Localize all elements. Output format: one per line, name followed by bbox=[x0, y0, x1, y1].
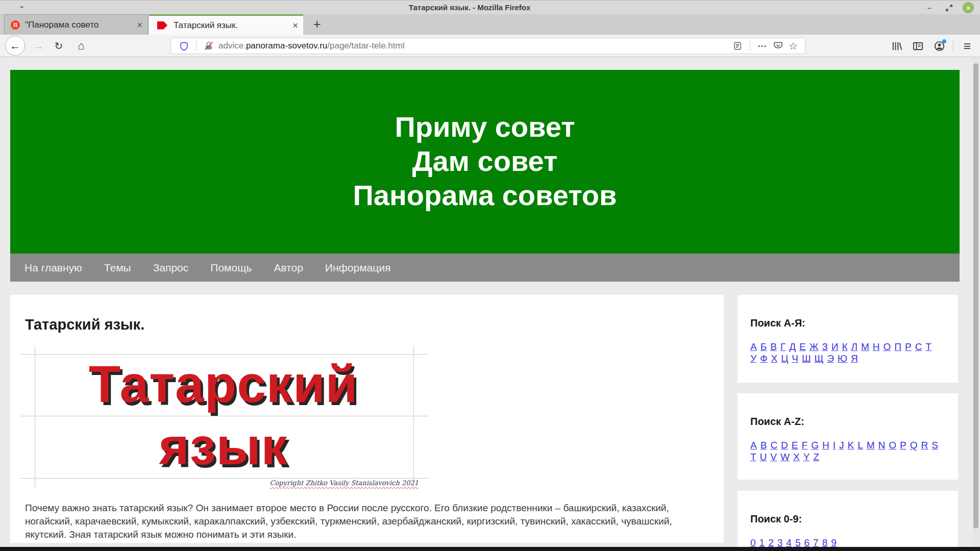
letter-link[interactable]: Ч bbox=[792, 353, 798, 364]
reload-button[interactable]: ↻ bbox=[50, 35, 67, 57]
letter-link[interactable]: I bbox=[833, 440, 836, 450]
letter-link[interactable]: C bbox=[770, 440, 777, 450]
letter-link[interactable]: 7 bbox=[813, 537, 819, 548]
letter-link[interactable]: V bbox=[770, 452, 777, 462]
reader-mode-icon[interactable] bbox=[730, 38, 745, 54]
tab-close-icon[interactable]: × bbox=[292, 20, 298, 30]
bookmark-star-icon[interactable]: ☆ bbox=[786, 38, 801, 54]
minimize-button[interactable]: − bbox=[924, 2, 935, 13]
letter-link[interactable]: L bbox=[857, 440, 863, 450]
url-text[interactable]: advice.panorama-sovetov.ru/page/tatar-te… bbox=[218, 41, 404, 51]
letter-link[interactable]: Ш bbox=[802, 353, 811, 364]
header-line: Панорама советов bbox=[10, 178, 960, 212]
letter-link[interactable]: Р bbox=[905, 341, 912, 352]
menu-item-request[interactable]: Запрос bbox=[153, 262, 189, 274]
letter-link[interactable]: Z bbox=[813, 452, 819, 462]
letter-link[interactable]: Т bbox=[925, 341, 932, 352]
letter-link[interactable]: 1 bbox=[760, 537, 765, 548]
letter-link[interactable]: Б bbox=[761, 341, 767, 352]
letter-link[interactable]: Г bbox=[780, 341, 786, 352]
letter-link[interactable]: E bbox=[792, 440, 798, 450]
tab-tatarskiy-yazyk[interactable]: Татарский язык. × bbox=[149, 14, 303, 35]
pocket-icon[interactable] bbox=[770, 38, 786, 54]
letter-link[interactable]: И bbox=[831, 341, 839, 352]
letter-link[interactable]: S bbox=[932, 440, 938, 450]
letter-link[interactable]: Л bbox=[851, 341, 857, 352]
letter-link[interactable]: Д bbox=[789, 341, 796, 352]
letter-link[interactable]: N bbox=[878, 440, 886, 450]
letter-link[interactable]: 2 bbox=[768, 537, 774, 548]
menu-item-info[interactable]: Информация bbox=[325, 262, 391, 274]
letter-link[interactable]: 5 bbox=[795, 537, 801, 548]
letter-link[interactable]: Х bbox=[771, 353, 778, 364]
menu-item-author[interactable]: Автор bbox=[274, 262, 303, 274]
maximize-button[interactable] bbox=[943, 2, 954, 13]
account-icon[interactable] bbox=[932, 38, 947, 54]
letter-link[interactable]: G bbox=[811, 440, 819, 450]
tab-close-icon[interactable]: × bbox=[137, 20, 142, 30]
scrollbar[interactable] bbox=[972, 57, 980, 551]
back-button[interactable]: ← bbox=[5, 36, 25, 56]
letter-link[interactable]: O bbox=[889, 440, 896, 450]
forward-button[interactable]: → bbox=[30, 35, 47, 57]
letter-link[interactable]: U bbox=[760, 452, 767, 462]
letter-link[interactable]: Ф bbox=[760, 353, 767, 364]
letter-link[interactable]: Э bbox=[827, 353, 834, 364]
letter-link[interactable]: Y bbox=[803, 452, 810, 462]
letter-link[interactable]: 3 bbox=[777, 537, 783, 548]
page-actions-icon[interactable]: ••• bbox=[755, 38, 770, 54]
menu-item-topics[interactable]: Темы bbox=[104, 262, 131, 274]
letter-link[interactable]: B bbox=[761, 440, 767, 450]
letter-link[interactable]: M bbox=[867, 440, 875, 450]
letter-link[interactable]: У bbox=[750, 353, 756, 364]
letter-link[interactable]: З bbox=[822, 341, 827, 352]
letter-link[interactable]: X bbox=[793, 452, 800, 462]
letter-link[interactable]: С bbox=[915, 341, 922, 352]
letter-link[interactable]: F bbox=[802, 440, 808, 450]
letter-link[interactable]: D bbox=[781, 440, 788, 450]
letter-link[interactable]: 4 bbox=[786, 537, 792, 548]
letter-link[interactable]: В bbox=[770, 341, 777, 352]
letter-link[interactable]: 0 bbox=[750, 537, 756, 548]
home-button[interactable]: ⌂ bbox=[72, 35, 90, 57]
letter-link[interactable]: H bbox=[822, 440, 829, 450]
menu-item-home[interactable]: На главную bbox=[24, 262, 82, 274]
page-viewport: Приму совет Дам совет Панорама советов Н… bbox=[0, 57, 980, 551]
article-paragraph: Почему важно знать татарский язык? Он за… bbox=[25, 502, 699, 541]
letter-link[interactable]: J bbox=[839, 440, 844, 450]
letter-link[interactable]: A bbox=[750, 440, 757, 450]
tracking-shield-icon[interactable] bbox=[176, 38, 191, 54]
letter-link[interactable]: Н bbox=[873, 341, 880, 352]
menu-item-help[interactable]: Помощь bbox=[210, 262, 252, 274]
insecure-lock-icon[interactable] bbox=[201, 38, 216, 54]
letter-link[interactable]: Ж bbox=[810, 341, 819, 352]
letter-link[interactable]: А bbox=[750, 341, 757, 352]
letter-link[interactable]: Е bbox=[799, 341, 806, 352]
letter-link[interactable]: 8 bbox=[822, 537, 828, 548]
tab-panorama-sovetov[interactable]: Я "Панорама совето × bbox=[4, 14, 148, 35]
letter-link[interactable]: О bbox=[884, 341, 891, 352]
letter-link[interactable]: П bbox=[894, 341, 901, 352]
hamburger-menu-icon[interactable]: ≡ bbox=[960, 38, 975, 54]
letter-link[interactable]: Я bbox=[851, 353, 858, 364]
letter-link[interactable]: Ц bbox=[781, 353, 788, 364]
library-icon[interactable] bbox=[889, 38, 904, 54]
letter-link[interactable]: W bbox=[780, 452, 790, 462]
letter-link[interactable]: Q bbox=[910, 440, 918, 450]
letter-link[interactable]: 9 bbox=[831, 537, 837, 548]
address-bar[interactable]: advice.panorama-sovetov.ru/page/tatar-te… bbox=[170, 38, 805, 54]
close-button[interactable]: × bbox=[963, 2, 974, 13]
letter-link[interactable]: T bbox=[750, 452, 756, 462]
letter-link[interactable]: Ю bbox=[838, 353, 847, 364]
letter-link[interactable]: R bbox=[921, 440, 928, 450]
sidebar-toggle-icon[interactable] bbox=[910, 38, 925, 54]
letter-link[interactable]: М bbox=[861, 341, 869, 352]
letter-link[interactable]: Щ bbox=[814, 353, 823, 364]
letter-link[interactable]: 6 bbox=[804, 537, 810, 548]
scrollbar-thumb[interactable] bbox=[973, 63, 978, 529]
new-tab-button[interactable]: + bbox=[308, 15, 326, 33]
letter-link[interactable]: К bbox=[842, 341, 847, 352]
letter-link[interactable]: P bbox=[900, 440, 906, 450]
sidebar-heading: Поиск А-Я: bbox=[750, 317, 949, 329]
letter-link[interactable]: K bbox=[847, 440, 854, 450]
